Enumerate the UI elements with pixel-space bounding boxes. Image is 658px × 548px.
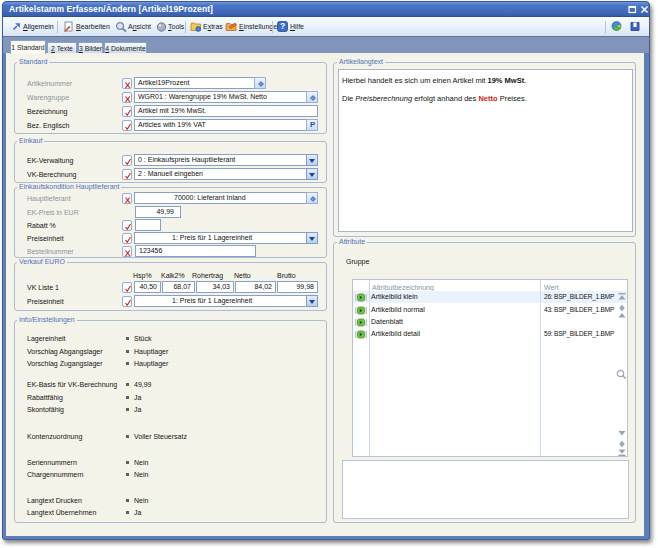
svg-text:?: ?	[280, 21, 285, 31]
